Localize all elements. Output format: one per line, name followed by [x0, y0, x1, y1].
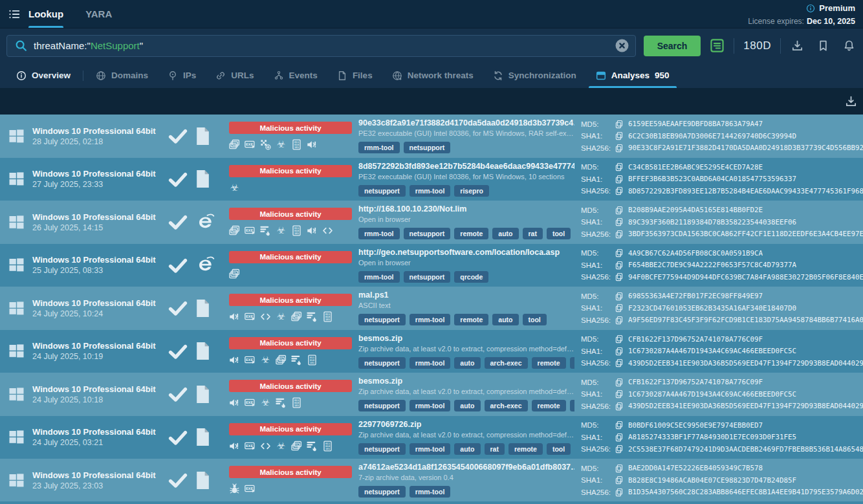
copy-icon[interactable]: [615, 476, 624, 485]
tag-netsupport[interactable]: netsupport: [404, 271, 451, 283]
tag-rmm-tool[interactable]: rmm-tool: [410, 486, 451, 498]
period-selector[interactable]: 180D: [743, 39, 771, 52]
sample-name[interactable]: mal.ps1: [358, 290, 574, 300]
copy-icon[interactable]: [615, 131, 624, 140]
tab-files[interactable]: Files: [327, 63, 382, 88]
copy-icon[interactable]: [615, 175, 624, 184]
analysis-row[interactable]: Windows 10 Professional 64bit 24 July 20…: [0, 373, 863, 416]
sample-name[interactable]: 22977069726.zip: [358, 420, 574, 429]
copy-icon[interactable]: [615, 488, 624, 497]
tag-arch-exec[interactable]: arch-exec: [485, 357, 528, 369]
tag-rmm-tool[interactable]: rmm-tool: [410, 443, 451, 455]
tag-rmm-tool[interactable]: rmm-tool: [358, 142, 400, 153]
tag-netsupport[interactable]: netsupport: [358, 443, 406, 455]
analysis-row[interactable]: Windows 10 Professional 64bit 27 July 20…: [0, 158, 863, 201]
tag-arch-exec[interactable]: arch-exec: [485, 400, 528, 411]
tag-netsupport[interactable]: netsupport: [404, 228, 451, 239]
tag-rmm-tool[interactable]: rmm-tool: [358, 228, 400, 239]
copy-icon[interactable]: [615, 303, 624, 312]
sample-name[interactable]: besmos.zip: [358, 334, 574, 343]
tag-rmm-tool[interactable]: rmm-tool: [410, 400, 451, 411]
tag-tool[interactable]: tool: [570, 357, 574, 369]
copy-icon[interactable]: [615, 378, 624, 387]
tab-domains[interactable]: Domains: [86, 63, 158, 88]
tag-qrcode[interactable]: qrcode: [454, 271, 488, 283]
tag-rat[interactable]: rat: [523, 228, 543, 239]
sample-name[interactable]: besmos.zip: [358, 377, 574, 386]
copy-icon[interactable]: [615, 217, 624, 226]
sample-name[interactable]: http://168.100.10.230/Not.lim: [358, 204, 574, 214]
copy-icon[interactable]: [615, 334, 624, 344]
tag-remote[interactable]: remote: [532, 357, 566, 369]
copy-icon[interactable]: [615, 402, 624, 411]
tag-netsupport[interactable]: netsupport: [358, 400, 406, 411]
tab-events[interactable]: Events: [264, 63, 327, 88]
copy-icon[interactable]: [615, 292, 624, 301]
copy-icon[interactable]: [615, 261, 624, 270]
tag-rmm-tool[interactable]: rmm-tool: [410, 185, 451, 197]
copy-icon[interactable]: [615, 347, 624, 356]
copy-icon[interactable]: [615, 358, 624, 367]
tag-remote[interactable]: remote: [454, 314, 488, 325]
tab-synchronization[interactable]: Synchronization: [483, 63, 586, 88]
copy-icon[interactable]: [615, 272, 624, 281]
tag-auto[interactable]: auto: [492, 228, 518, 239]
tag-netsupport[interactable]: netsupport: [358, 185, 406, 197]
tag-netsupport[interactable]: netsupport: [358, 486, 406, 498]
tag-remote[interactable]: remote: [532, 400, 566, 411]
analysis-row[interactable]: Windows 10 Professional 64bit 26 July 20…: [0, 201, 863, 244]
tab-analyses[interactable]: Analyses950: [586, 63, 679, 88]
tag-rmm-tool[interactable]: rmm-tool: [410, 314, 451, 325]
copy-icon[interactable]: [615, 186, 624, 195]
query-history-icon[interactable]: [710, 38, 725, 53]
tag-netsupport[interactable]: netsupport: [358, 314, 406, 325]
tag-tool[interactable]: tool: [570, 400, 574, 411]
tag-tool[interactable]: tool: [523, 314, 547, 325]
copy-icon[interactable]: [615, 206, 624, 215]
tag-auto[interactable]: auto: [454, 400, 480, 411]
sample-name[interactable]: a74612ae5234d1a8f1263545400668097f9eb6a0…: [358, 463, 574, 472]
copy-icon[interactable]: [615, 248, 624, 257]
search-button[interactable]: Search: [644, 36, 701, 56]
copy-icon[interactable]: [615, 162, 624, 171]
search-query[interactable]: threatName:"NetSupport": [34, 40, 615, 51]
tag-rat[interactable]: rat: [485, 443, 505, 455]
notifications-bell-icon[interactable]: [843, 39, 855, 52]
tag-auto[interactable]: auto: [454, 357, 480, 369]
premium-badge[interactable]: Premium: [806, 3, 855, 14]
tab-network-threats[interactable]: Network threats: [382, 63, 483, 88]
tag-auto[interactable]: auto: [454, 443, 480, 455]
tag-remote[interactable]: remote: [508, 443, 543, 455]
export-icon[interactable]: [791, 39, 803, 52]
analysis-row[interactable]: Windows 10 Professional 64bit 24 July 20…: [0, 416, 863, 459]
tag-tool[interactable]: tool: [547, 228, 571, 239]
bookmark-icon[interactable]: [817, 39, 829, 52]
tag-remote[interactable]: remote: [454, 228, 488, 239]
copy-icon[interactable]: [615, 316, 624, 325]
menu-icon[interactable]: [8, 8, 21, 20]
copy-icon[interactable]: [615, 444, 624, 454]
tag-rmm-tool[interactable]: rmm-tool: [410, 357, 451, 369]
tab-urls[interactable]: URLs: [206, 63, 263, 88]
tag-netsupport[interactable]: netsupport: [358, 357, 406, 369]
tag-auto[interactable]: auto: [492, 314, 518, 325]
top-tab-lookup[interactable]: Lookup: [28, 0, 63, 28]
copy-icon[interactable]: [615, 464, 624, 473]
analysis-row[interactable]: Windows 10 Professional 64bit 28 July 20…: [0, 115, 863, 158]
top-tab-yara[interactable]: YARA: [85, 0, 112, 28]
analysis-row[interactable]: Windows 10 Professional 64bit 25 July 20…: [0, 244, 863, 287]
sample-name[interactable]: http://geo.netsupportsoftware.com/locati…: [358, 248, 574, 257]
download-results-icon[interactable]: [845, 95, 857, 107]
tag-tool[interactable]: tool: [547, 443, 571, 455]
sample-name[interactable]: 8d8572292b3fd893ee12b7b5284b4eae6daac994…: [358, 162, 574, 171]
copy-icon[interactable]: [615, 389, 624, 399]
clear-search-icon[interactable]: [615, 39, 629, 52]
copy-icon[interactable]: [615, 120, 624, 129]
copy-icon[interactable]: [615, 230, 624, 239]
tag-risepro[interactable]: risepro: [454, 185, 489, 197]
sample-name[interactable]: 90e33c8f2a91e71f3882d4170da5daa0d24918d3…: [358, 118, 574, 127]
tag-rmm-tool[interactable]: rmm-tool: [358, 271, 400, 283]
search-input[interactable]: threatName:"NetSupport": [6, 35, 636, 57]
analysis-row[interactable]: Windows 10 Professional 64bit 24 July 20…: [0, 330, 863, 373]
tab-overview[interactable]: Overview: [6, 63, 80, 88]
